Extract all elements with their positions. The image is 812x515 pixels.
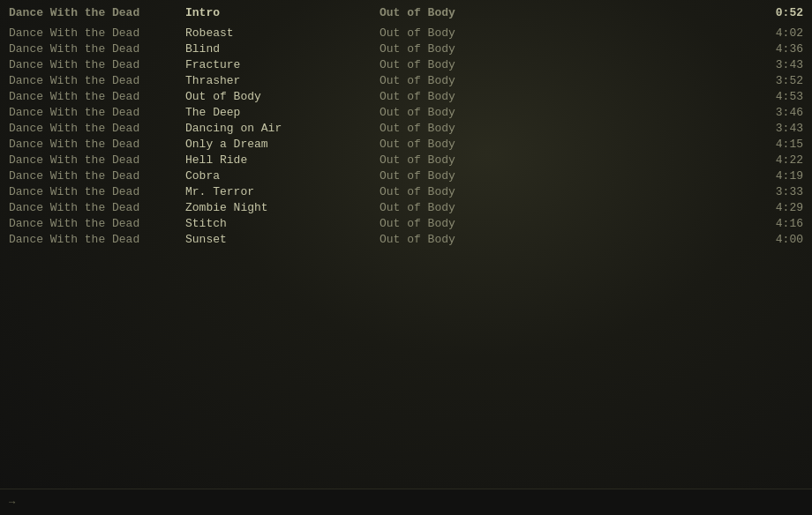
track-title: Sunset	[185, 233, 380, 246]
track-duration: 3:43	[750, 58, 803, 71]
header-title: Intro	[185, 6, 380, 19]
track-title: Thrasher	[185, 74, 380, 87]
track-title: Hell Ride	[185, 153, 380, 167]
track-duration: 3:43	[750, 122, 803, 135]
track-artist: Dance With the Dead	[9, 138, 185, 151]
track-album: Out of Body	[380, 169, 750, 183]
header-duration: 0:52	[750, 6, 803, 19]
table-row[interactable]: Dance With the DeadMr. TerrorOut of Body…	[0, 183, 812, 199]
table-row[interactable]: Dance With the DeadThe DeepOut of Body3:…	[0, 104, 812, 120]
track-title: Mr. Terror	[185, 185, 380, 198]
tracks-container: Dance With the DeadRobeastOut of Body4:0…	[0, 25, 812, 247]
track-duration: 4:00	[750, 233, 803, 246]
table-row[interactable]: Dance With the DeadSunsetOut of Body4:00	[0, 231, 812, 247]
track-title: Fracture	[185, 58, 380, 71]
track-artist: Dance With the Dead	[9, 153, 185, 167]
track-duration: 4:19	[750, 169, 803, 183]
track-artist: Dance With the Dead	[9, 106, 185, 119]
track-duration: 4:53	[750, 90, 803, 103]
track-title: Blind	[185, 42, 380, 56]
table-row[interactable]: Dance With the DeadDancing on AirOut of …	[0, 120, 812, 136]
track-album: Out of Body	[380, 153, 750, 167]
track-duration: 4:15	[750, 138, 803, 151]
track-title: The Deep	[185, 106, 380, 119]
track-album: Out of Body	[380, 138, 750, 151]
track-album: Out of Body	[380, 90, 750, 103]
track-album: Out of Body	[380, 58, 750, 71]
track-artist: Dance With the Dead	[9, 169, 185, 183]
track-title: Stitch	[185, 217, 380, 230]
track-duration: 4:29	[750, 201, 803, 214]
track-title: Cobra	[185, 169, 380, 183]
track-duration: 4:02	[750, 26, 803, 40]
track-artist: Dance With the Dead	[9, 122, 185, 135]
track-title: Zombie Night	[185, 201, 380, 214]
track-artist: Dance With the Dead	[9, 185, 185, 198]
track-artist: Dance With the Dead	[9, 90, 185, 103]
header-artist: Dance With the Dead	[9, 6, 185, 19]
track-artist: Dance With the Dead	[9, 74, 185, 87]
track-album: Out of Body	[380, 74, 750, 87]
arrow-icon: →	[9, 496, 15, 509]
track-album: Out of Body	[380, 233, 750, 246]
table-row[interactable]: Dance With the DeadOnly a DreamOut of Bo…	[0, 136, 812, 152]
track-duration: 4:16	[750, 217, 803, 230]
track-duration: 4:36	[750, 42, 803, 56]
track-list-header: Dance With the Dead Intro Out of Body 0:…	[0, 4, 812, 21]
table-row[interactable]: Dance With the DeadStitchOut of Body4:16	[0, 215, 812, 231]
table-row[interactable]: Dance With the DeadThrasherOut of Body3:…	[0, 72, 812, 88]
track-artist: Dance With the Dead	[9, 42, 185, 56]
table-row[interactable]: Dance With the DeadHell RideOut of Body4…	[0, 152, 812, 168]
track-duration: 3:46	[750, 106, 803, 119]
track-artist: Dance With the Dead	[9, 233, 185, 246]
track-title: Dancing on Air	[185, 122, 380, 135]
track-album: Out of Body	[380, 26, 750, 40]
table-row[interactable]: Dance With the DeadFractureOut of Body3:…	[0, 56, 812, 72]
track-title: Robeast	[185, 26, 380, 40]
track-list: Dance With the Dead Intro Out of Body 0:…	[0, 0, 812, 25]
track-album: Out of Body	[380, 106, 750, 119]
track-album: Out of Body	[380, 185, 750, 198]
header-album: Out of Body	[380, 6, 750, 19]
table-row[interactable]: Dance With the DeadBlindOut of Body4:36	[0, 41, 812, 56]
track-album: Out of Body	[380, 122, 750, 135]
track-duration: 4:22	[750, 153, 803, 167]
bottom-bar: →	[0, 489, 812, 515]
table-row[interactable]: Dance With the DeadRobeastOut of Body4:0…	[0, 25, 812, 41]
track-album: Out of Body	[380, 42, 750, 56]
track-duration: 3:33	[750, 185, 803, 198]
table-row[interactable]: Dance With the DeadZombie NightOut of Bo…	[0, 199, 812, 215]
table-row[interactable]: Dance With the DeadOut of BodyOut of Bod…	[0, 88, 812, 104]
track-artist: Dance With the Dead	[9, 217, 185, 230]
track-artist: Dance With the Dead	[9, 26, 185, 40]
table-row[interactable]: Dance With the DeadCobraOut of Body4:19	[0, 168, 812, 183]
track-title: Only a Dream	[185, 138, 380, 151]
track-title: Out of Body	[185, 90, 380, 103]
track-album: Out of Body	[380, 201, 750, 214]
track-artist: Dance With the Dead	[9, 58, 185, 71]
track-album: Out of Body	[380, 217, 750, 230]
track-duration: 3:52	[750, 74, 803, 87]
track-artist: Dance With the Dead	[9, 201, 185, 214]
